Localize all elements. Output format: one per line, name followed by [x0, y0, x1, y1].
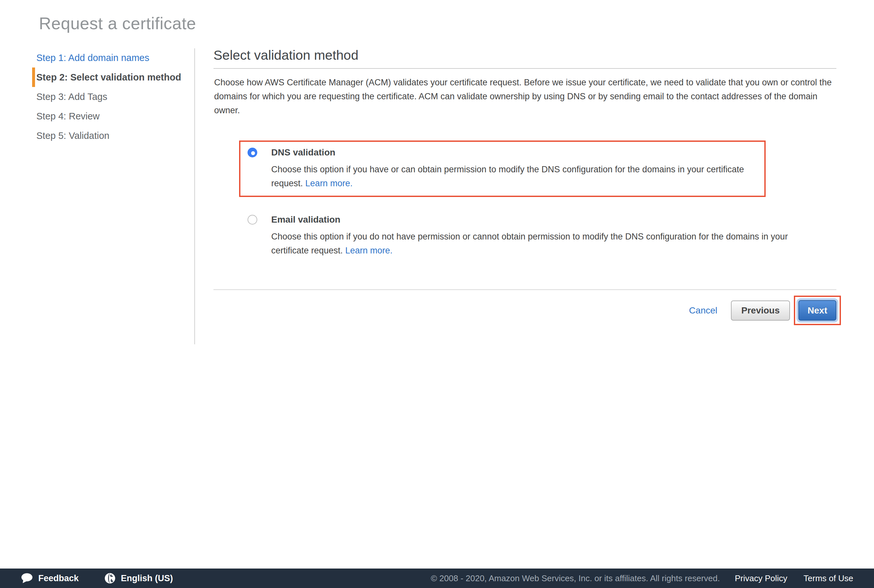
console-footer-bar: Feedback English (US) © 2008 - 2020, Ama… — [0, 568, 874, 588]
step-3-add-tags: Step 3: Add Tags — [36, 87, 189, 106]
sidebar-divider — [194, 48, 195, 344]
speech-bubble-icon — [21, 573, 33, 584]
step-5-validation: Step 5: Validation — [36, 126, 189, 146]
step-2-select-validation-method: Step 2: Select validation method — [32, 68, 189, 87]
email-validation-option[interactable]: Email validation Choose this option if y… — [247, 210, 799, 258]
email-validation-radio[interactable] — [247, 215, 257, 225]
dns-validation-radio[interactable] — [247, 148, 257, 158]
feedback-label: Feedback — [38, 573, 79, 584]
footer-left: Feedback English (US) — [0, 572, 173, 584]
previous-button[interactable]: Previous — [731, 300, 790, 321]
email-validation-description: Choose this option if you do not have pe… — [271, 230, 799, 258]
page-title: Request a certificate — [39, 14, 196, 33]
wizard-actions: Cancel Previous Next — [689, 296, 841, 325]
wizard-steps: Step 1: Add domain names Step 2: Select … — [36, 48, 189, 146]
dns-learn-more-link[interactable]: Learn more. — [305, 178, 353, 188]
section-title: Select validation method — [213, 48, 358, 63]
heading-divider — [213, 68, 837, 69]
privacy-policy-link[interactable]: Privacy Policy — [735, 573, 787, 584]
copyright-text: © 2008 - 2020, Amazon Web Services, Inc.… — [431, 573, 720, 584]
feedback-button[interactable]: Feedback — [21, 573, 79, 584]
globe-icon — [104, 572, 116, 584]
intro-text: Choose how AWS Certificate Manager (ACM)… — [214, 76, 837, 117]
step-4-review: Step 4: Review — [36, 106, 189, 126]
dns-validation-description: Choose this option if you have or can ob… — [271, 163, 757, 190]
next-annotation-highlight: Next — [794, 296, 841, 325]
language-label: English (US) — [121, 573, 173, 584]
language-selector[interactable]: English (US) — [104, 572, 173, 584]
footer-right: © 2008 - 2020, Amazon Web Services, Inc.… — [431, 573, 874, 584]
next-button[interactable]: Next — [798, 300, 837, 321]
dns-validation-option[interactable]: DNS validation Choose this option if you… — [239, 141, 766, 197]
step-1-add-domain-names[interactable]: Step 1: Add domain names — [36, 48, 189, 68]
terms-of-use-link[interactable]: Terms of Use — [804, 573, 853, 584]
email-learn-more-link[interactable]: Learn more. — [345, 246, 393, 255]
cancel-link[interactable]: Cancel — [689, 305, 717, 316]
actions-divider — [213, 289, 837, 290]
email-validation-label: Email validation — [271, 214, 799, 225]
dns-validation-label: DNS validation — [271, 147, 757, 158]
